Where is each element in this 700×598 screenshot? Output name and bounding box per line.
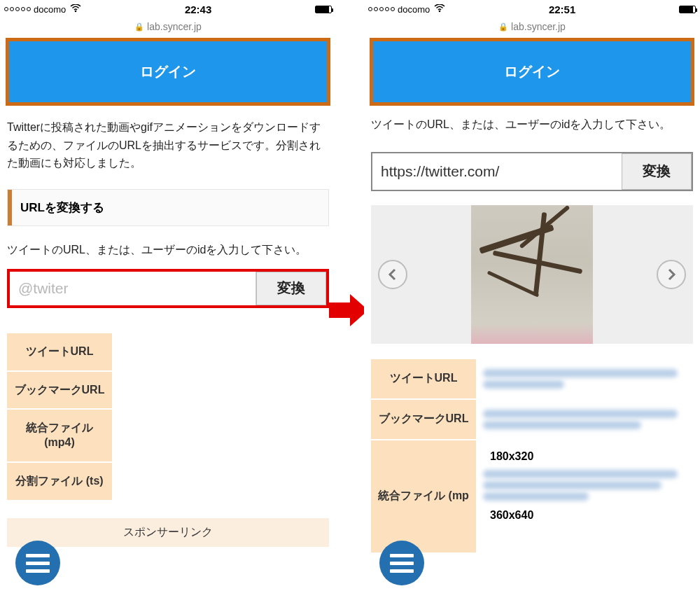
lock-icon: 🔒 (498, 22, 508, 32)
convert-form: 変換 (371, 152, 693, 191)
url-text: lab.syncer.jp (511, 21, 566, 32)
svg-point-0 (75, 10, 77, 12)
table-row: ブックマークURL (371, 400, 693, 440)
browser-url-bar[interactable]: 🔒 lab.syncer.jp (0, 18, 336, 35)
convert-form-highlighted: 変換 (7, 269, 329, 308)
video-thumbnail[interactable] (471, 205, 593, 344)
row-value[interactable] (476, 359, 693, 398)
row-value (112, 372, 329, 409)
wifi-icon (70, 4, 81, 15)
phone-right: docomo 22:51 🔒 lab.syncer.jp ログイン ツイートのU… (364, 0, 700, 598)
login-button-frame: ログイン (370, 38, 694, 106)
battery-icon (315, 6, 332, 13)
convert-button[interactable]: 変換 (622, 153, 692, 190)
arrow-right-icon (329, 294, 368, 326)
carrier-label: docomo (398, 4, 430, 15)
row-label: ブックマークURL (371, 400, 476, 439)
row-label: ツイートURL (371, 359, 476, 398)
lock-icon: 🔒 (134, 22, 144, 32)
svg-point-2 (439, 10, 441, 12)
row-label: ブックマークURL (7, 372, 112, 409)
carousel-prev-button[interactable] (378, 260, 407, 289)
table-row: 統合ファイル (mp 180x320 360x640 (371, 440, 693, 554)
signal-dots-icon (368, 7, 395, 11)
section-title: URLを変換する (8, 190, 328, 225)
wifi-icon (434, 4, 445, 15)
login-button[interactable]: ログイン (9, 41, 327, 102)
row-value (112, 410, 329, 461)
status-bar: docomo 22:51 (364, 0, 700, 18)
row-label: 統合ファイル (mp4) (7, 410, 112, 461)
row-value[interactable] (476, 400, 693, 439)
clock: 22:43 (185, 4, 211, 15)
resolution-label: 360x640 (483, 506, 686, 526)
url-input[interactable] (10, 272, 256, 305)
login-button-frame: ログイン (6, 38, 330, 106)
url-input[interactable] (372, 153, 622, 190)
url-text: lab.syncer.jp (147, 21, 202, 32)
row-value (112, 333, 329, 370)
input-instruction: ツイートのURL、または、ユーザーのidを入力して下さい。 (0, 226, 336, 269)
phone-left: docomo 22:43 🔒 lab.syncer.jp ログイン Twitte… (0, 0, 336, 598)
browser-url-bar[interactable]: 🔒 lab.syncer.jp (364, 18, 700, 35)
login-button[interactable]: ログイン (373, 41, 691, 102)
row-label: 統合ファイル (mp (371, 440, 476, 552)
section-header: URLを変換する (7, 189, 329, 226)
table-row: 分割ファイル (ts) (7, 463, 329, 501)
row-value: 180x320 360x640 (476, 440, 693, 533)
result-table: ツイートURL ブックマークURL 統合ファイル (mp 180x320 360… (371, 359, 693, 554)
table-row: ブックマークURL (7, 372, 329, 410)
convert-button[interactable]: 変換 (256, 272, 326, 305)
row-value (112, 463, 329, 500)
sponsor-link-header: スポンサーリンク (7, 518, 329, 547)
status-bar: docomo 22:43 (0, 0, 336, 18)
battery-icon (679, 6, 696, 13)
table-row: ツイートURL (7, 333, 329, 372)
result-table: ツイートURL ブックマークURL 統合ファイル (mp4) 分割ファイル (t… (7, 333, 329, 501)
row-label: ツイートURL (7, 333, 112, 370)
menu-fab-button[interactable] (379, 541, 424, 585)
table-row: ツイートURL (371, 359, 693, 400)
input-instruction: ツイートのURL、または、ユーザーのidを入力して下さい。 (364, 111, 700, 141)
signal-dots-icon (4, 7, 31, 11)
carousel-next-button[interactable] (657, 260, 686, 289)
resolution-label: 180x320 (483, 447, 686, 467)
carrier-label: docomo (34, 4, 66, 15)
video-carousel (371, 205, 693, 344)
svg-marker-1 (329, 294, 368, 326)
table-row: 統合ファイル (mp4) (7, 410, 329, 463)
clock: 22:51 (549, 4, 575, 15)
row-label: 分割ファイル (ts) (7, 463, 112, 500)
service-description: Twitterに投稿された動画やgifアニメーションをダウンロードするための、フ… (0, 111, 336, 182)
menu-fab-button[interactable] (15, 541, 60, 585)
